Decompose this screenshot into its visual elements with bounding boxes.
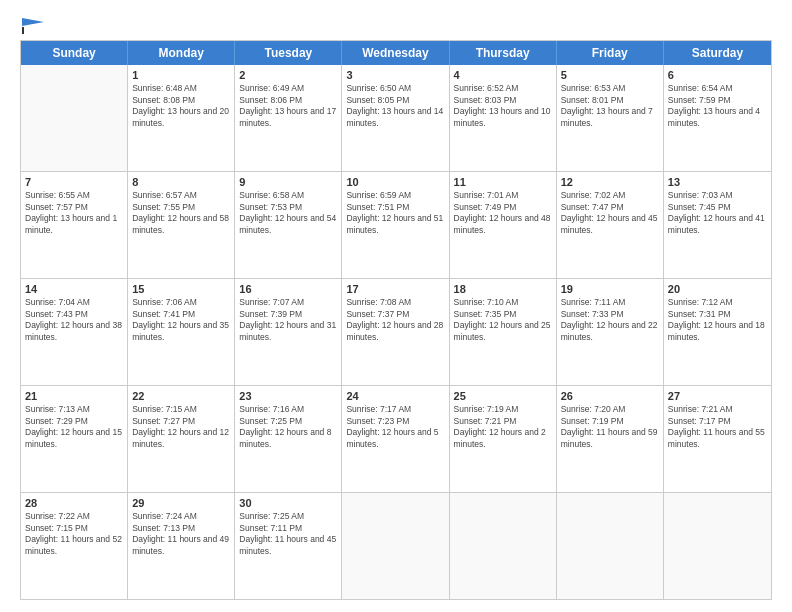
calendar-cell-24: 24Sunrise: 7:17 AMSunset: 7:23 PMDayligh… <box>342 386 449 492</box>
calendar: SundayMondayTuesdayWednesdayThursdayFrid… <box>20 40 772 600</box>
day-number: 27 <box>668 389 767 403</box>
calendar-cell-27: 27Sunrise: 7:21 AMSunset: 7:17 PMDayligh… <box>664 386 771 492</box>
weekday-header-monday: Monday <box>128 41 235 65</box>
cell-info: Sunrise: 6:54 AMSunset: 7:59 PMDaylight:… <box>668 83 767 129</box>
cell-info: Sunrise: 7:11 AMSunset: 7:33 PMDaylight:… <box>561 297 659 343</box>
calendar-row-0: 1Sunrise: 6:48 AMSunset: 8:08 PMDaylight… <box>21 65 771 172</box>
calendar-cell-7: 7Sunrise: 6:55 AMSunset: 7:57 PMDaylight… <box>21 172 128 278</box>
cell-info: Sunrise: 7:12 AMSunset: 7:31 PMDaylight:… <box>668 297 767 343</box>
cell-info: Sunrise: 7:03 AMSunset: 7:45 PMDaylight:… <box>668 190 767 236</box>
day-number: 30 <box>239 496 337 510</box>
cell-info: Sunrise: 6:48 AMSunset: 8:08 PMDaylight:… <box>132 83 230 129</box>
calendar-cell-8: 8Sunrise: 6:57 AMSunset: 7:55 PMDaylight… <box>128 172 235 278</box>
cell-info: Sunrise: 7:04 AMSunset: 7:43 PMDaylight:… <box>25 297 123 343</box>
day-number: 17 <box>346 282 444 296</box>
day-number: 3 <box>346 68 444 82</box>
cell-info: Sunrise: 7:19 AMSunset: 7:21 PMDaylight:… <box>454 404 552 450</box>
calendar-cell-10: 10Sunrise: 6:59 AMSunset: 7:51 PMDayligh… <box>342 172 449 278</box>
calendar-cell-3: 3Sunrise: 6:50 AMSunset: 8:05 PMDaylight… <box>342 65 449 171</box>
cell-info: Sunrise: 7:01 AMSunset: 7:49 PMDaylight:… <box>454 190 552 236</box>
day-number: 4 <box>454 68 552 82</box>
day-number: 16 <box>239 282 337 296</box>
calendar-cell-empty-4-5 <box>557 493 664 599</box>
calendar-cell-1: 1Sunrise: 6:48 AMSunset: 8:08 PMDaylight… <box>128 65 235 171</box>
cell-info: Sunrise: 6:58 AMSunset: 7:53 PMDaylight:… <box>239 190 337 236</box>
cell-info: Sunrise: 7:13 AMSunset: 7:29 PMDaylight:… <box>25 404 123 450</box>
calendar-cell-empty-0-0 <box>21 65 128 171</box>
cell-info: Sunrise: 6:55 AMSunset: 7:57 PMDaylight:… <box>25 190 123 236</box>
day-number: 26 <box>561 389 659 403</box>
day-number: 10 <box>346 175 444 189</box>
cell-info: Sunrise: 7:16 AMSunset: 7:25 PMDaylight:… <box>239 404 337 450</box>
calendar-row-3: 21Sunrise: 7:13 AMSunset: 7:29 PMDayligh… <box>21 386 771 493</box>
calendar-cell-4: 4Sunrise: 6:52 AMSunset: 8:03 PMDaylight… <box>450 65 557 171</box>
day-number: 20 <box>668 282 767 296</box>
calendar-cell-18: 18Sunrise: 7:10 AMSunset: 7:35 PMDayligh… <box>450 279 557 385</box>
calendar-row-4: 28Sunrise: 7:22 AMSunset: 7:15 PMDayligh… <box>21 493 771 599</box>
day-number: 29 <box>132 496 230 510</box>
logo <box>20 18 44 34</box>
svg-rect-1 <box>22 27 24 34</box>
calendar-body: 1Sunrise: 6:48 AMSunset: 8:08 PMDaylight… <box>21 65 771 599</box>
weekday-header-wednesday: Wednesday <box>342 41 449 65</box>
svg-marker-0 <box>22 18 44 26</box>
calendar-cell-17: 17Sunrise: 7:08 AMSunset: 7:37 PMDayligh… <box>342 279 449 385</box>
cell-info: Sunrise: 7:06 AMSunset: 7:41 PMDaylight:… <box>132 297 230 343</box>
cell-info: Sunrise: 7:10 AMSunset: 7:35 PMDaylight:… <box>454 297 552 343</box>
calendar-cell-empty-4-3 <box>342 493 449 599</box>
calendar-cell-11: 11Sunrise: 7:01 AMSunset: 7:49 PMDayligh… <box>450 172 557 278</box>
calendar-header: SundayMondayTuesdayWednesdayThursdayFrid… <box>21 41 771 65</box>
day-number: 8 <box>132 175 230 189</box>
day-number: 21 <box>25 389 123 403</box>
calendar-cell-30: 30Sunrise: 7:25 AMSunset: 7:11 PMDayligh… <box>235 493 342 599</box>
logo-flag-icon <box>22 18 44 34</box>
calendar-row-1: 7Sunrise: 6:55 AMSunset: 7:57 PMDaylight… <box>21 172 771 279</box>
calendar-cell-5: 5Sunrise: 6:53 AMSunset: 8:01 PMDaylight… <box>557 65 664 171</box>
calendar-cell-6: 6Sunrise: 6:54 AMSunset: 7:59 PMDaylight… <box>664 65 771 171</box>
cell-info: Sunrise: 6:59 AMSunset: 7:51 PMDaylight:… <box>346 190 444 236</box>
calendar-cell-15: 15Sunrise: 7:06 AMSunset: 7:41 PMDayligh… <box>128 279 235 385</box>
cell-info: Sunrise: 7:07 AMSunset: 7:39 PMDaylight:… <box>239 297 337 343</box>
day-number: 24 <box>346 389 444 403</box>
day-number: 6 <box>668 68 767 82</box>
cell-info: Sunrise: 7:21 AMSunset: 7:17 PMDaylight:… <box>668 404 767 450</box>
calendar-cell-28: 28Sunrise: 7:22 AMSunset: 7:15 PMDayligh… <box>21 493 128 599</box>
calendar-cell-21: 21Sunrise: 7:13 AMSunset: 7:29 PMDayligh… <box>21 386 128 492</box>
day-number: 23 <box>239 389 337 403</box>
calendar-cell-14: 14Sunrise: 7:04 AMSunset: 7:43 PMDayligh… <box>21 279 128 385</box>
calendar-cell-22: 22Sunrise: 7:15 AMSunset: 7:27 PMDayligh… <box>128 386 235 492</box>
day-number: 15 <box>132 282 230 296</box>
day-number: 14 <box>25 282 123 296</box>
day-number: 1 <box>132 68 230 82</box>
page-header <box>20 18 772 34</box>
calendar-cell-19: 19Sunrise: 7:11 AMSunset: 7:33 PMDayligh… <box>557 279 664 385</box>
cell-info: Sunrise: 7:20 AMSunset: 7:19 PMDaylight:… <box>561 404 659 450</box>
cell-info: Sunrise: 7:15 AMSunset: 7:27 PMDaylight:… <box>132 404 230 450</box>
calendar-cell-26: 26Sunrise: 7:20 AMSunset: 7:19 PMDayligh… <box>557 386 664 492</box>
calendar-cell-13: 13Sunrise: 7:03 AMSunset: 7:45 PMDayligh… <box>664 172 771 278</box>
cell-info: Sunrise: 7:22 AMSunset: 7:15 PMDaylight:… <box>25 511 123 557</box>
day-number: 5 <box>561 68 659 82</box>
cell-info: Sunrise: 7:02 AMSunset: 7:47 PMDaylight:… <box>561 190 659 236</box>
weekday-header-saturday: Saturday <box>664 41 771 65</box>
day-number: 12 <box>561 175 659 189</box>
day-number: 19 <box>561 282 659 296</box>
calendar-cell-12: 12Sunrise: 7:02 AMSunset: 7:47 PMDayligh… <box>557 172 664 278</box>
calendar-cell-empty-4-4 <box>450 493 557 599</box>
weekday-header-tuesday: Tuesday <box>235 41 342 65</box>
cell-info: Sunrise: 6:57 AMSunset: 7:55 PMDaylight:… <box>132 190 230 236</box>
calendar-cell-29: 29Sunrise: 7:24 AMSunset: 7:13 PMDayligh… <box>128 493 235 599</box>
cell-info: Sunrise: 7:24 AMSunset: 7:13 PMDaylight:… <box>132 511 230 557</box>
calendar-cell-empty-4-6 <box>664 493 771 599</box>
cell-info: Sunrise: 6:53 AMSunset: 8:01 PMDaylight:… <box>561 83 659 129</box>
calendar-cell-2: 2Sunrise: 6:49 AMSunset: 8:06 PMDaylight… <box>235 65 342 171</box>
day-number: 28 <box>25 496 123 510</box>
cell-info: Sunrise: 6:49 AMSunset: 8:06 PMDaylight:… <box>239 83 337 129</box>
weekday-header-thursday: Thursday <box>450 41 557 65</box>
cell-info: Sunrise: 6:52 AMSunset: 8:03 PMDaylight:… <box>454 83 552 129</box>
calendar-cell-9: 9Sunrise: 6:58 AMSunset: 7:53 PMDaylight… <box>235 172 342 278</box>
day-number: 7 <box>25 175 123 189</box>
day-number: 2 <box>239 68 337 82</box>
cell-info: Sunrise: 7:17 AMSunset: 7:23 PMDaylight:… <box>346 404 444 450</box>
day-number: 22 <box>132 389 230 403</box>
